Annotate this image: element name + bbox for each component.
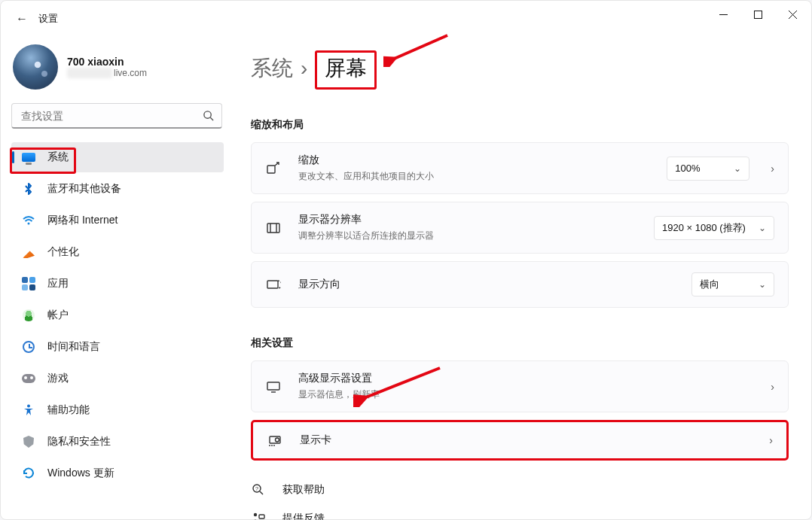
svg-line-5	[210, 117, 213, 120]
shield-icon	[22, 435, 35, 449]
close-icon	[789, 11, 797, 19]
sidebar-item-accessibility[interactable]: 辅助功能	[11, 395, 224, 425]
user-card[interactable]: 700 xiaoxin live.com	[11, 44, 224, 97]
user-icon	[22, 309, 35, 322]
card-scale[interactable]: 缩放 更改文本、应用和其他项目的大小 100% ⌄ ›	[251, 142, 789, 194]
svg-text:?: ?	[255, 486, 258, 491]
clock-icon	[22, 340, 35, 354]
link-label: 提供反馈	[282, 512, 325, 520]
chevron-right-icon[interactable]: ›	[763, 381, 774, 393]
sidebar-nav: 系统 蓝牙和其他设备 网络和 Internet 个性化	[11, 142, 224, 488]
window-controls	[706, 2, 810, 26]
avatar	[13, 44, 58, 90]
titlebar: ← 设置	[1, 1, 811, 37]
maximize-button[interactable]	[740, 2, 775, 26]
select-value: 横向	[700, 278, 719, 291]
get-help-link[interactable]: ? 获取帮助	[251, 483, 789, 497]
sidebar-item-label: 帐户	[47, 309, 69, 322]
sidebar-item-bluetooth[interactable]: 蓝牙和其他设备	[11, 174, 224, 204]
gpu-icon	[267, 433, 283, 448]
user-email: live.com	[67, 68, 147, 78]
chevron-right-icon[interactable]: ›	[762, 434, 773, 446]
card-title: 显示器分辨率	[298, 213, 434, 227]
minimize-button[interactable]	[706, 2, 740, 26]
card-graphics[interactable]: 显示卡 ›	[251, 420, 789, 461]
card-title: 缩放	[298, 154, 434, 167]
sidebar-item-label: 应用	[47, 277, 69, 290]
redacted-text	[67, 68, 112, 78]
svg-line-21	[260, 491, 263, 494]
monitor-icon	[22, 151, 35, 164]
section-title-scale: 缩放和布局	[251, 118, 789, 132]
resolution-select[interactable]: 1920 × 1080 (推荐) ⌄	[654, 216, 774, 240]
svg-point-4	[204, 111, 211, 118]
search-input[interactable]	[12, 110, 221, 122]
game-icon	[22, 372, 35, 385]
card-subtitle: 显示器信息，刷新率	[298, 388, 380, 401]
sidebar-item-time[interactable]: 时间和语言	[11, 332, 224, 362]
scale-select[interactable]: 100% ⌄	[667, 157, 749, 181]
svg-rect-9	[267, 224, 279, 233]
close-button[interactable]	[775, 2, 810, 26]
back-button[interactable]: ←	[7, 4, 37, 34]
svg-point-23	[254, 513, 257, 516]
brush-icon	[22, 245, 35, 259]
svg-point-7	[27, 405, 30, 408]
link-label: 获取帮助	[282, 483, 325, 497]
resolution-icon	[265, 220, 282, 236]
apps-icon	[22, 277, 35, 290]
svg-rect-13	[267, 382, 279, 390]
sidebar-item-privacy[interactable]: 隐私和安全性	[11, 427, 224, 457]
maximize-icon	[754, 11, 762, 19]
card-resolution[interactable]: 显示器分辨率 调整分辨率以适合所连接的显示器 1920 × 1080 (推荐) …	[251, 202, 789, 254]
sidebar-item-label: 游戏	[47, 372, 69, 385]
arrow-left-icon: ←	[16, 12, 28, 26]
chevron-right-icon: ›	[301, 56, 307, 81]
card-title: 显示方向	[298, 278, 340, 291]
help-icon: ?	[251, 483, 266, 497]
sidebar-item-label: Windows 更新	[47, 467, 114, 480]
section-title-related: 相关设置	[251, 336, 789, 350]
footer-links: ? 获取帮助 提供反馈	[251, 483, 789, 520]
chevron-down-icon: ⌄	[759, 223, 766, 233]
card-advanced-display[interactable]: 高级显示器设置 显示器信息，刷新率 ›	[251, 360, 789, 412]
search-box[interactable]	[11, 103, 222, 129]
content-area: 700 xiaoxin live.com 系统	[1, 37, 811, 520]
accessibility-icon	[22, 403, 35, 417]
orientation-icon	[265, 277, 282, 292]
sidebar-item-label: 蓝牙和其他设备	[47, 182, 121, 196]
minimize-icon	[719, 11, 728, 19]
card-subtitle: 调整分辨率以适合所连接的显示器	[298, 230, 434, 242]
sidebar-item-label: 时间和语言	[47, 340, 100, 354]
breadcrumb-root[interactable]: 系统	[251, 54, 293, 83]
sidebar-item-accounts[interactable]: 帐户	[11, 300, 224, 330]
sidebar-item-apps[interactable]: 应用	[11, 269, 224, 299]
feedback-icon	[251, 512, 266, 520]
sidebar-item-network[interactable]: 网络和 Internet	[11, 205, 224, 236]
chevron-down-icon: ⌄	[759, 279, 766, 290]
chevron-right-icon[interactable]: ›	[763, 163, 774, 175]
sidebar-item-system[interactable]: 系统	[11, 142, 224, 172]
card-title: 高级显示器设置	[298, 372, 380, 385]
main-panel: 系统 › 屏幕 缩放和布局 缩放 更改文本、应用和其他项目的大小 100	[234, 37, 811, 520]
update-icon	[22, 467, 35, 480]
bluetooth-icon	[22, 182, 35, 196]
svg-point-16	[276, 438, 279, 442]
select-value: 1920 × 1080 (推荐)	[662, 221, 746, 235]
svg-rect-8	[267, 166, 275, 173]
sidebar-item-label: 辅助功能	[47, 403, 90, 417]
card-orientation[interactable]: 显示方向 横向 ⌄	[251, 261, 789, 308]
annotation-highlight: 屏幕	[315, 50, 377, 90]
sidebar-item-gaming[interactable]: 游戏	[11, 363, 224, 394]
breadcrumb: 系统 › 屏幕	[251, 50, 789, 90]
sidebar-item-update[interactable]: Windows 更新	[11, 458, 224, 488]
sidebar-item-label: 个性化	[47, 245, 79, 259]
sidebar-item-label: 网络和 Internet	[47, 214, 118, 227]
svg-point-6	[28, 223, 30, 225]
card-subtitle: 更改文本、应用和其他项目的大小	[298, 170, 434, 183]
sidebar-item-personalization[interactable]: 个性化	[11, 237, 224, 267]
scale-icon	[265, 161, 282, 176]
feedback-link[interactable]: 提供反馈	[251, 512, 789, 520]
orientation-select[interactable]: 横向 ⌄	[691, 272, 774, 296]
svg-rect-24	[259, 515, 264, 518]
